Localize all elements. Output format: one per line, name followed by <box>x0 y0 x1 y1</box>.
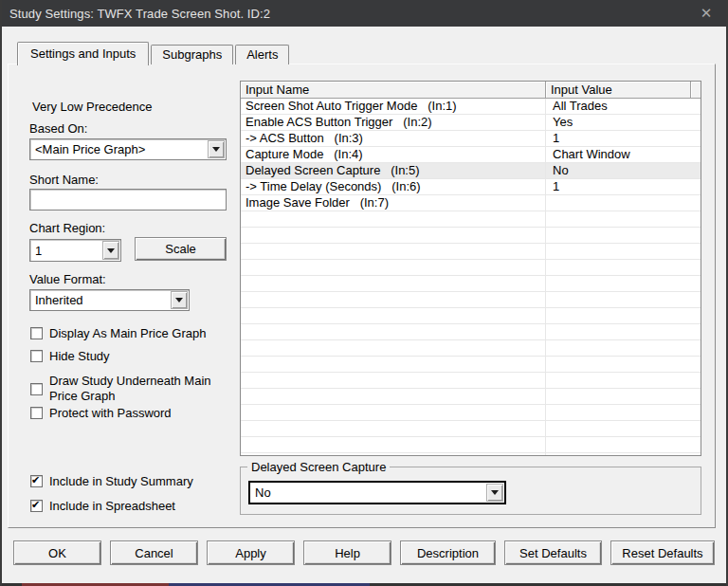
chevron-down-icon[interactable] <box>486 484 503 502</box>
input-value-cell: Yes <box>546 115 701 130</box>
input-value-cell <box>546 340 701 356</box>
checkbox-display-as-main-price-graph[interactable]: Display As Main Price Graph <box>30 326 206 341</box>
table-row-empty[interactable] <box>241 324 701 340</box>
checkbox-draw-study-underneath[interactable]: Draw Study Underneath Main Price Graph <box>30 374 215 404</box>
tab-subgraphs[interactable]: Subgraphs <box>151 45 233 64</box>
input-name-cell: -> Time Delay (Seconds) (In:6) <box>241 179 546 194</box>
table-row[interactable]: Screen Shot Auto Trigger Mode (In:1) All… <box>241 99 701 115</box>
value-format-value: Inherited <box>30 293 170 307</box>
table-row[interactable]: Capture Mode (In:4) Chart Window <box>241 147 701 163</box>
delayed-screen-capture-select[interactable]: No <box>248 481 506 504</box>
triangle-glyph <box>175 298 183 302</box>
input-value-cell <box>546 453 701 456</box>
short-name-label: Short Name: <box>29 173 99 187</box>
value-format-select[interactable]: Inherited <box>29 289 190 311</box>
input-name-cell <box>241 373 546 388</box>
checkbox-box <box>30 407 43 419</box>
short-name-input[interactable] <box>29 189 227 211</box>
checkbox-protect-with-password[interactable]: Protect with Password <box>30 406 172 421</box>
checkbox-include-in-spreadsheet[interactable]: Include in Spreadsheet <box>30 499 175 514</box>
checkbox-box <box>30 350 43 362</box>
table-row-empty[interactable] <box>241 340 701 357</box>
triangle-glyph <box>491 490 499 495</box>
input-name-cell <box>241 260 546 275</box>
input-value-cell <box>546 389 701 404</box>
input-value-cell: Chart Window <box>546 147 701 162</box>
based-on-value: <Main Price Graph> <box>30 142 207 156</box>
reset-defaults-button[interactable]: Reset Defaults <box>610 540 715 565</box>
table-header: Input Name Input Value <box>241 82 701 99</box>
table-row[interactable]: Delayed Screen Capture (In:5) No <box>241 163 701 179</box>
footer-button-bar: OK Cancel Apply Help Description Set Def… <box>13 540 715 565</box>
table-row[interactable]: -> Time Delay (Seconds) (In:6) 1 <box>241 179 701 195</box>
chart-region-label: Chart Region: <box>29 221 105 235</box>
input-value-cell <box>546 357 701 372</box>
value-format-label: Value Format: <box>29 272 106 286</box>
table-row[interactable]: Image Save Folder (In:7) <box>241 195 701 211</box>
chevron-down-icon[interactable] <box>171 291 188 309</box>
chevron-down-icon[interactable] <box>208 140 225 158</box>
apply-button[interactable]: Apply <box>207 540 295 565</box>
table-row-empty[interactable] <box>241 228 701 244</box>
table-row-empty[interactable] <box>241 357 701 373</box>
table-row-empty[interactable] <box>241 453 701 456</box>
study-settings-dialog: Study Settings: TWFX Trade Screen Shot. … <box>0 0 728 586</box>
table-row-empty[interactable] <box>241 211 701 228</box>
chart-region-select[interactable]: 1 <box>29 239 121 262</box>
table-row-empty[interactable] <box>241 421 701 437</box>
table-row-empty[interactable] <box>241 308 701 324</box>
checkbox-label: Hide Study <box>49 349 110 364</box>
help-button[interactable]: Help <box>303 540 391 565</box>
tab-alerts[interactable]: Alerts <box>235 45 289 64</box>
table-row-empty[interactable] <box>241 276 701 292</box>
set-defaults-button[interactable]: Set Defaults <box>504 540 602 565</box>
checkbox-include-in-study-summary[interactable]: Include in Study Summary <box>30 474 193 489</box>
checkbox-hide-study[interactable]: Hide Study <box>30 349 110 364</box>
triangle-glyph <box>107 248 115 253</box>
table-row-empty[interactable] <box>241 405 701 421</box>
table-row[interactable]: Enable ACS Button Trigger (In:2) Yes <box>241 115 701 131</box>
cancel-button[interactable]: Cancel <box>110 540 198 565</box>
title-bar[interactable]: Study Settings: TWFX Trade Screen Shot. … <box>0 0 728 27</box>
based-on-label: Based On: <box>29 121 87 136</box>
input-name-cell: Capture Mode (In:4) <box>241 147 546 162</box>
input-name-cell <box>241 389 546 404</box>
input-name-cell <box>241 437 546 452</box>
dialog-title: Study Settings: TWFX Trade Screen Shot. … <box>0 7 270 21</box>
checkbox-box <box>30 383 43 395</box>
based-on-select[interactable]: <Main Price Graph> <box>29 138 227 160</box>
input-value-cell <box>546 405 701 420</box>
table-body: Screen Shot Auto Trigger Mode (In:1) All… <box>241 99 701 456</box>
input-value-cell <box>546 308 701 323</box>
ok-button[interactable]: OK <box>13 540 101 565</box>
delayed-screen-capture-value: No <box>250 485 485 500</box>
table-row-empty[interactable] <box>241 389 701 405</box>
group-label: Delayed Screen Capture <box>247 460 390 474</box>
input-name-cell <box>241 340 546 356</box>
table-row-empty[interactable] <box>241 373 701 389</box>
table-row-empty[interactable] <box>241 260 701 276</box>
chevron-down-icon[interactable] <box>102 241 119 260</box>
table-row-empty[interactable] <box>241 292 701 308</box>
column-header-input-value[interactable]: Input Value <box>546 82 691 99</box>
close-icon[interactable]: ✕ <box>692 0 720 27</box>
tab-settings-and-inputs[interactable]: Settings and Inputs <box>17 42 149 65</box>
checkbox-label: Include in Spreadsheet <box>49 499 175 514</box>
table-row[interactable]: -> ACS Button (In:3) 1 <box>241 131 701 147</box>
input-name-cell <box>241 453 546 456</box>
column-header-input-name[interactable]: Input Name <box>241 82 546 99</box>
input-name-cell <box>241 357 546 372</box>
input-name-cell <box>241 421 546 436</box>
input-value-cell <box>546 211 701 227</box>
input-value-cell: 1 <box>546 131 701 146</box>
description-button[interactable]: Description <box>400 540 496 565</box>
table-row-empty[interactable] <box>241 244 701 260</box>
input-name-cell <box>241 308 546 323</box>
scale-button[interactable]: Scale <box>135 237 227 261</box>
checkbox-box <box>30 327 43 339</box>
table-row-empty[interactable] <box>241 437 701 453</box>
input-name-cell <box>241 228 546 243</box>
input-value-cell <box>546 244 701 259</box>
input-value-cell <box>546 421 701 436</box>
input-value-cell <box>546 195 701 211</box>
